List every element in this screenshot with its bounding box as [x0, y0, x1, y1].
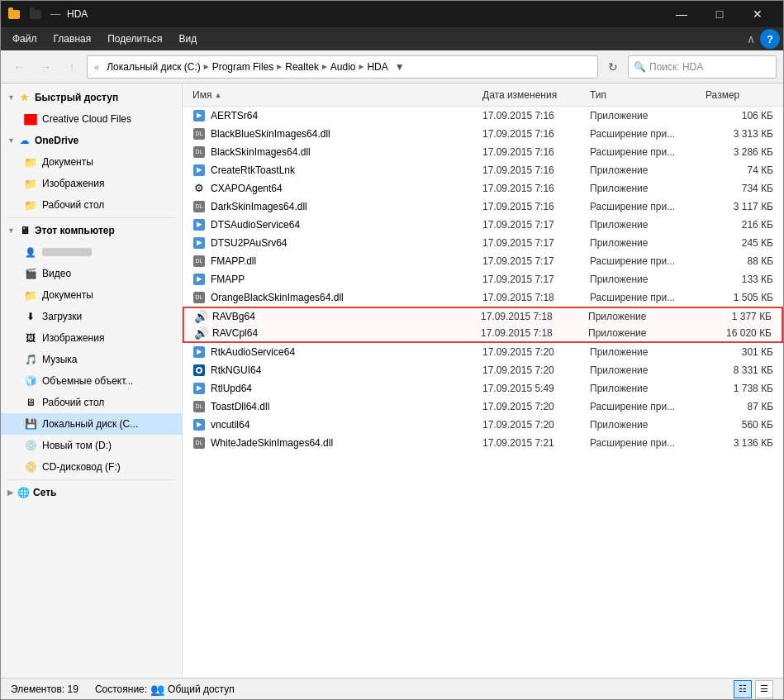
table-row[interactable]: ⚙ CXAPOAgent64 17.09.2015 7:16 Приложени…: [183, 179, 783, 198]
sidebar-item-video[interactable]: 🎬 Видео: [1, 263, 182, 284]
file-icon: ▶: [192, 236, 206, 250]
menu-file[interactable]: Файл: [4, 30, 45, 48]
sidebar-item-creative-cloud[interactable]: ██ Creative Cloud Files: [1, 108, 182, 130]
file-name-text: RtkAudioService64: [211, 346, 295, 358]
forward-button[interactable]: →: [34, 55, 57, 79]
table-row[interactable]: ▶ FMAPP 17.09.2015 7:17 Приложение 133 К…: [183, 270, 783, 288]
sidebar-item-cd[interactable]: 📀 CD-дисковод (F:): [1, 456, 182, 478]
menu-home[interactable]: Главная: [45, 30, 100, 48]
this-pc-label: Этот компьютер: [35, 225, 115, 236]
sidebar-item-docs2[interactable]: 📁 Документы: [1, 284, 182, 306]
sidebar-header-quick-access[interactable]: ▼ ★ Быстрый доступ: [1, 87, 182, 108]
sidebar-item-new-volume[interactable]: 💿 Новый том (D:): [1, 435, 182, 456]
dll-icon: DL: [193, 146, 205, 158]
table-row[interactable]: DL FMAPP.dll 17.09.2015 7:17 Расширение …: [183, 252, 783, 270]
table-row[interactable]: ▶ DTSU2PAuSrv64 17.09.2015 7:17 Приложен…: [183, 234, 783, 252]
file-date-cell: 17.09.2015 7:17: [479, 219, 587, 231]
table-row[interactable]: DL OrangeBlackSkinImages64.dll 17.09.201…: [183, 288, 783, 307]
table-row[interactable]: DL WhiteJadeSkinImages64.dll 17.09.2015 …: [183, 434, 783, 452]
up-button[interactable]: ↑: [60, 55, 83, 79]
sidebar-item-music[interactable]: 🎵 Музыка: [1, 349, 182, 370]
search-input[interactable]: [649, 61, 773, 73]
sidebar-item-downloads[interactable]: ⬇ Загрузки: [1, 306, 182, 327]
menu-view[interactable]: Вид: [170, 30, 205, 48]
view-details-button[interactable]: ☰: [755, 680, 773, 698]
file-icon: ▶: [192, 109, 206, 122]
dll-icon: DL: [193, 201, 205, 212]
path-segment-c[interactable]: Локальный диск (C:): [107, 61, 201, 73]
sidebar-item-images[interactable]: 📁 Изображения: [1, 173, 182, 194]
column-headers: Имя ▲ Дата изменения Тип Размер: [183, 83, 783, 107]
view-list-button[interactable]: ☷: [734, 680, 752, 698]
table-row[interactable]: 🔊 RAVCpl64 17.09.2015 7:18 Приложение 16…: [183, 325, 783, 343]
path-segment-audio[interactable]: Audio: [330, 61, 356, 73]
help-button[interactable]: ?: [760, 29, 780, 49]
table-row[interactable]: ▶ DTSAudioService64 17.09.2015 7:17 Прил…: [183, 216, 783, 234]
maximize-button[interactable]: □: [701, 1, 739, 27]
sidebar-header-this-pc[interactable]: ▼ 🖥 Этот компьютер: [1, 220, 182, 241]
search-icon: 🔍: [634, 61, 646, 73]
desktop2-icon: 🖥: [24, 396, 37, 409]
file-type-cell: Расширение при...: [587, 255, 702, 267]
chevron-network: ▶: [7, 488, 13, 497]
sidebar-item-documents[interactable]: 📁 Документы: [1, 151, 182, 173]
sidebar-item-user[interactable]: 👤: [1, 241, 182, 263]
col-header-type[interactable]: Тип: [587, 89, 702, 101]
file-type-cell: Приложение: [587, 419, 702, 431]
sidebar-item-pictures[interactable]: 🖼 Изображения: [1, 327, 182, 349]
audio-icon: 🔊: [194, 310, 208, 323]
file-size-cell: 16 020 КБ: [701, 327, 775, 339]
table-row[interactable]: DL DarkSkinImages64.dll 17.09.2015 7:16 …: [183, 198, 783, 216]
desktop-label: Рабочий стол: [42, 199, 104, 211]
chevron-this-pc: ▼: [7, 226, 15, 235]
file-date-cell: 17.09.2015 7:20: [479, 346, 587, 358]
table-row[interactable]: 🔊 RAVBg64 17.09.2015 7:18 Приложение 1 3…: [183, 307, 783, 325]
music-label: Музыка: [42, 354, 77, 365]
window: — HDA — □ ✕ Файл Главная Поделиться Вид …: [0, 0, 784, 700]
table-row[interactable]: DL BlackSkinImages64.dll 17.09.2015 7:16…: [183, 143, 783, 161]
table-row[interactable]: ▶ RtlUpd64 17.09.2015 5:49 Приложение 1 …: [183, 379, 783, 398]
path-segment-programfiles[interactable]: Program Files: [212, 61, 274, 73]
table-row[interactable]: ▶ AERTSr64 17.09.2015 7:16 Приложение 10…: [183, 107, 783, 125]
table-row[interactable]: ▶ RtkAudioService64 17.09.2015 7:20 Прил…: [183, 343, 783, 361]
minimize-button[interactable]: —: [663, 1, 701, 27]
menu-share[interactable]: Поделиться: [99, 30, 170, 48]
sidebar-header-network[interactable]: ▶ 🌐 Сеть: [1, 482, 182, 503]
address-path[interactable]: « Локальный диск (C:) ► Program Files ► …: [87, 55, 598, 79]
col-header-date[interactable]: Дата изменения: [479, 89, 587, 101]
file-date-cell: 17.09.2015 7:20: [479, 364, 587, 376]
table-row[interactable]: ▶ CreateRtkToastLnk 17.09.2015 7:16 Прил…: [183, 161, 783, 179]
file-name-cell: DL BlackSkinImages64.dll: [189, 145, 479, 159]
sidebar-item-local-disk[interactable]: 💾 Локальный диск (С...: [1, 413, 182, 435]
file-name-cell: DL OrangeBlackSkinImages64.dll: [189, 291, 479, 304]
path-dropdown[interactable]: ▼: [393, 61, 406, 73]
new-volume-label: Новый том (D:): [42, 440, 112, 451]
col-header-size[interactable]: Размер: [702, 89, 777, 101]
sidebar-item-objects[interactable]: 🧊 Объемные объект...: [1, 370, 182, 392]
table-row[interactable]: ▶ vncutil64 17.09.2015 7:20 Приложение 5…: [183, 416, 783, 434]
close-button[interactable]: ✕: [739, 1, 777, 27]
quick-access-label: Быстрый доступ: [35, 92, 118, 103]
file-icon: DL: [192, 255, 206, 268]
file-icon: ⚙: [192, 182, 206, 195]
file-size-cell: 560 КБ: [702, 419, 777, 431]
sidebar-item-desktop2[interactable]: 🖥 Рабочий стол: [1, 392, 182, 413]
titlebar-title: HDA: [67, 8, 663, 20]
file-size-cell: 133 КБ: [702, 274, 777, 285]
path-segment-realtek[interactable]: Realtek: [285, 61, 319, 73]
sidebar-header-onedrive[interactable]: ▼ ☁ OneDrive: [1, 130, 182, 151]
refresh-button[interactable]: ↻: [601, 55, 625, 79]
sidebar-item-desktop[interactable]: 📁 Рабочий стол: [1, 194, 182, 216]
file-name-text: FMAPP: [211, 274, 245, 285]
app-icon: ▶: [193, 346, 205, 358]
table-row[interactable]: DL ToastDll64.dll 17.09.2015 7:20 Расшир…: [183, 398, 783, 416]
path-segment-hda[interactable]: HDA: [367, 61, 387, 73]
file-type-cell: Приложение: [587, 110, 702, 121]
file-name-text: RtkNGUI64: [211, 364, 261, 376]
col-header-name[interactable]: Имя ▲: [189, 89, 479, 101]
table-row[interactable]: DL BlackBlueSkinImages64.dll 17.09.2015 …: [183, 125, 783, 143]
video-icon: 🎬: [24, 267, 37, 280]
back-button[interactable]: ←: [7, 55, 31, 79]
menu-collapse[interactable]: ∧: [747, 32, 755, 45]
table-row[interactable]: RtkNGUI64 17.09.2015 7:20 Приложение 8 3…: [183, 361, 783, 379]
